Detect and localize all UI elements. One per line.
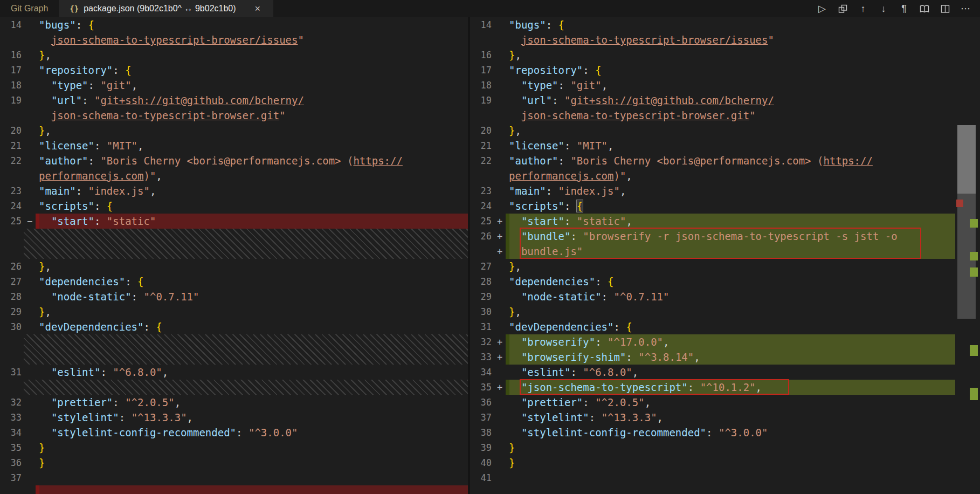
- code-row[interactable]: 21"license": "MIT",: [470, 138, 955, 153]
- code-row[interactable]: json-schema-to-typescript-browser/issues…: [0, 32, 468, 47]
- code-row[interactable]: 38 "stylelint-config-recommended": "^3.0…: [470, 425, 955, 440]
- diff-original-pane: 14"bugs": { json-schema-to-typescript-br…: [0, 17, 468, 494]
- open-book-icon[interactable]: [916, 1, 933, 16]
- code-row[interactable]: 33+ "browserify-shim": "^3.8.14",: [470, 349, 955, 365]
- code-row[interactable]: 28"dependencies": {: [470, 274, 955, 289]
- code-row[interactable]: 40}: [470, 455, 955, 470]
- code-row[interactable]: 26},: [0, 259, 468, 274]
- code-row[interactable]: 20},: [0, 123, 468, 138]
- code-row[interactable]: 33 "stylelint": "^13.3.3",: [0, 410, 468, 425]
- diff-placeholder-row[interactable]: [0, 334, 468, 365]
- code-row[interactable]: 14"bugs": {: [470, 17, 955, 32]
- code-row[interactable]: 30"devDependencies": {: [0, 319, 468, 334]
- code-row[interactable]: 14"bugs": {: [0, 17, 468, 32]
- code-row[interactable]: 39}: [470, 440, 955, 455]
- code-row[interactable]: 17"repository": {: [470, 63, 955, 78]
- diff-change-marker: +: [494, 229, 506, 244]
- code-row[interactable]: 31 "eslint": "^6.8.0",: [0, 365, 468, 380]
- open-changes-icon[interactable]: [834, 1, 851, 16]
- vscode-window: Git Graph {} package.json (9b02c1b0^ ↔ 9…: [0, 0, 980, 494]
- code-row[interactable]: 29 "node-static": "^0.7.11": [470, 289, 955, 304]
- scrollbar-slider[interactable]: [957, 125, 976, 194]
- code-row[interactable]: 18 "type": "git",: [0, 78, 468, 93]
- code-row[interactable]: 17"repository": {: [0, 63, 468, 78]
- diff-placeholder-hatch: [24, 229, 468, 259]
- code-row[interactable]: 25+ "start": "static",: [470, 214, 955, 229]
- code-row[interactable]: 22"author": "Boris Cherny <boris@perform…: [470, 153, 955, 168]
- code-row[interactable]: 29},: [0, 304, 468, 319]
- code-row[interactable]: 19 "url": "git+ssh://git@github.com/bche…: [0, 93, 468, 108]
- line-number: 34: [0, 425, 24, 440]
- tab-git-graph[interactable]: Git Graph: [0, 0, 59, 17]
- previous-change-icon[interactable]: ↑: [855, 1, 871, 16]
- code-line-text: },: [506, 123, 955, 138]
- line-number: 36: [0, 455, 24, 470]
- code-line-text: bundle.js": [506, 244, 955, 259]
- code-row[interactable]: 37: [0, 470, 468, 485]
- diff-placeholder-row[interactable]: [0, 380, 468, 395]
- diff-change-marker: [494, 47, 506, 63]
- tab-package-json-diff[interactable]: {} package.json (9b02c1b0^ ↔ 9b02c1b0) ×: [59, 0, 273, 17]
- code-row[interactable]: json-schema-to-typescript-browser/issues…: [470, 32, 955, 47]
- code-row[interactable]: 27},: [470, 259, 955, 274]
- code-row[interactable]: 36 "prettier": "^2.0.5",: [470, 395, 955, 410]
- code-row[interactable]: 32+ "browserify": "^17.0.0",: [470, 334, 955, 349]
- code-row[interactable]: 35+ "json-schema-to-typescript": "^10.1.…: [470, 380, 955, 395]
- diff-change-marker: [24, 425, 36, 440]
- code-row[interactable]: 30},: [470, 304, 955, 319]
- code-row[interactable]: performancejs.com)",: [470, 168, 955, 183]
- code-row[interactable]: 26+ "bundle": "browserify -r json-schema…: [470, 229, 955, 244]
- code-row[interactable]: [0, 485, 468, 494]
- code-row[interactable]: json-schema-to-typescript-browser.git": [0, 108, 468, 123]
- code-row[interactable]: 21"license": "MIT",: [0, 138, 468, 153]
- line-number: 19: [470, 93, 494, 108]
- code-row[interactable]: 24"scripts": {: [470, 198, 955, 214]
- code-line-text: "url": "git+ssh://git@github.com/bcherny…: [506, 93, 955, 108]
- code-line-text: "start": "static": [36, 214, 468, 229]
- code-row[interactable]: performancejs.com)",: [0, 168, 468, 183]
- code-row[interactable]: 22"author": "Boris Cherny <boris@perform…: [0, 153, 468, 168]
- code-row[interactable]: 34 "stylelint-config-recommended": "^3.0…: [0, 425, 468, 440]
- code-row[interactable]: 19 "url": "git+ssh://git@github.com/bche…: [470, 93, 955, 108]
- code-row[interactable]: 35}: [0, 440, 468, 455]
- diff-placeholder-row[interactable]: [0, 229, 468, 259]
- code-row[interactable]: + bundle.js": [470, 244, 955, 259]
- code-row[interactable]: 16},: [470, 47, 955, 63]
- line-number: 26: [0, 259, 24, 274]
- diff-change-marker: [24, 455, 36, 470]
- code-row[interactable]: 23"main": "index.js",: [0, 183, 468, 198]
- code-row[interactable]: 16},: [0, 47, 468, 63]
- code-row[interactable]: 36}: [0, 455, 468, 470]
- diff-change-marker: [494, 395, 506, 410]
- added-change-mark: [970, 388, 978, 400]
- code-row[interactable]: 25− "start": "static": [0, 214, 468, 229]
- code-row[interactable]: json-schema-to-typescript-browser.git": [470, 108, 955, 123]
- diff-change-marker: [24, 289, 36, 304]
- code-row[interactable]: 34 "eslint": "^6.8.0",: [470, 365, 955, 380]
- editor-toolbar: ▷ ↑ ↓ ¶ ⋯: [814, 0, 980, 17]
- whitespace-icon[interactable]: ¶: [896, 1, 912, 16]
- code-row[interactable]: 18 "type": "git",: [470, 78, 955, 93]
- code-row[interactable]: 23"main": "index.js",: [470, 183, 955, 198]
- next-change-icon[interactable]: ↓: [875, 1, 892, 16]
- code-line-text: "stylelint-config-recommended": "^3.0.0": [506, 425, 955, 440]
- more-actions-icon[interactable]: ⋯: [957, 1, 974, 16]
- line-number: 32: [470, 334, 494, 349]
- code-line-text: "dependencies": {: [36, 274, 468, 289]
- close-tab-icon[interactable]: ×: [253, 3, 263, 15]
- diff-change-marker: −: [24, 214, 36, 229]
- line-number: 33: [0, 410, 24, 425]
- code-row[interactable]: 28 "node-static": "^0.7.11": [0, 289, 468, 304]
- code-row[interactable]: 32 "prettier": "^2.0.5",: [0, 395, 468, 410]
- code-row[interactable]: 31"devDependencies": {: [470, 319, 955, 334]
- code-row[interactable]: 20},: [470, 123, 955, 138]
- line-number: 29: [470, 289, 494, 304]
- code-line-text: [36, 470, 468, 485]
- run-icon[interactable]: ▷: [814, 1, 830, 16]
- line-number: [0, 108, 24, 123]
- code-row[interactable]: 37 "stylelint": "^13.3.3",: [470, 410, 955, 425]
- code-row[interactable]: 24"scripts": {: [0, 198, 468, 214]
- code-row[interactable]: 27"dependencies": {: [0, 274, 468, 289]
- split-editor-icon[interactable]: [937, 1, 953, 16]
- code-row[interactable]: 41: [470, 470, 955, 485]
